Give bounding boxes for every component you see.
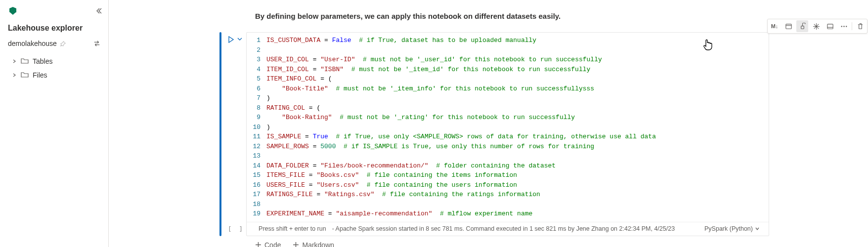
folder-icon [21,71,29,79]
code-content[interactable]: IS_CUSTOM_DATA = False # if True, datase… [266,36,769,219]
toggle-parameter-button[interactable] [796,20,808,32]
language-selector[interactable]: PySpark (Python) [704,225,763,232]
more-actions-button[interactable] [838,20,850,32]
plus-icon [255,242,261,247]
convert-markdown-button[interactable]: M↓ [769,20,781,32]
language-label: PySpark (Python) [704,225,753,232]
run-hint: Press shift + enter to run [259,225,326,232]
lakehouse-sidebar: Lakehouse explorer demolakehouse Tables … [0,0,109,247]
cell-status-bar: [ ] Press shift + enter to run - Apache … [247,222,769,236]
svg-point-6 [843,26,844,27]
plus-icon [293,242,299,247]
notebook-main: By defining below parameters, we can app… [109,0,868,247]
hide-input-button[interactable] [782,20,794,32]
cell-active-indicator [219,32,221,236]
collapse-sidebar-icon[interactable] [95,7,102,14]
code-cell: M↓ 12345678910111213141516171819 IS_CUST… [109,32,868,236]
execution-count: [ ] [227,225,253,233]
markdown-heading: By defining below parameters, we can app… [109,6,868,32]
tree-label: Files [33,71,47,79]
chevron-right-icon [12,59,17,64]
cell-body: M↓ 12345678910111213141516171819 IS_CUST… [246,32,769,236]
line-number-gutter: 12345678910111213141516171819 [247,36,266,219]
tree: Tables Files [0,52,108,84]
cell-chevron-down-icon[interactable] [237,36,243,42]
folder-icon [21,57,29,65]
svg-rect-0 [785,24,791,28]
tree-label: Tables [33,57,52,65]
chevron-right-icon [12,73,17,78]
svg-point-5 [841,26,842,27]
swap-icon[interactable] [93,40,100,47]
run-cell-button[interactable] [228,36,234,43]
explorer-title: Lakehouse explorer [0,18,108,35]
svg-point-7 [845,26,846,27]
pin-icon[interactable] [60,41,66,47]
hide-output-button[interactable] [824,20,836,32]
cell-toolbar: M↓ [767,19,868,34]
add-code-label: Code [264,241,281,247]
add-code-cell-button[interactable]: Code [255,241,281,247]
execution-detail: - Apache Spark session started in 8 sec … [332,225,675,232]
chevron-down-icon [755,226,760,231]
freeze-cell-button[interactable] [810,20,822,32]
svg-rect-2 [801,26,804,29]
svg-rect-3 [827,24,832,28]
add-markdown-label: Markdown [302,241,334,247]
lakehouse-selector[interactable]: demolakehouse [0,35,108,52]
delete-cell-button[interactable] [854,20,866,32]
tree-item-tables[interactable]: Tables [0,54,108,68]
add-markdown-cell-button[interactable]: Markdown [293,241,334,247]
lakehouse-name: demolakehouse [8,40,57,47]
lakehouse-logo-icon [8,6,18,16]
tree-item-files[interactable]: Files [0,68,108,82]
code-editor[interactable]: 12345678910111213141516171819 IS_CUSTOM_… [247,33,769,222]
add-cell-row: Code Markdown [109,236,868,247]
